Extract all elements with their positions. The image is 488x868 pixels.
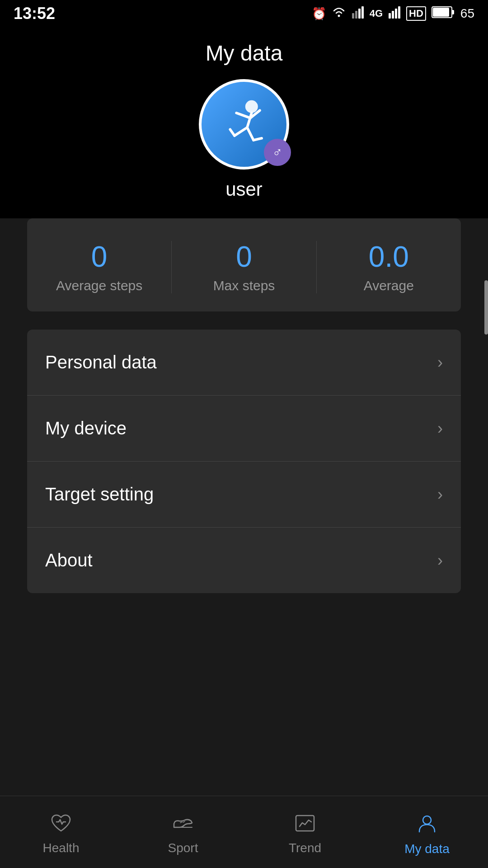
bottom-nav: Health Sport Trend: [0, 796, 488, 868]
stat-average-label: Average: [364, 278, 414, 293]
svg-point-21: [423, 816, 431, 824]
menu-item-about-label: About: [45, 550, 93, 571]
svg-rect-6: [392, 11, 394, 19]
svg-rect-7: [395, 9, 397, 19]
menu-item-personal-data[interactable]: Personal data ›: [27, 330, 461, 396]
svg-point-12: [245, 100, 258, 113]
chevron-right-icon: ›: [437, 353, 443, 372]
hd-icon: HD: [406, 6, 426, 21]
sport-icon: [171, 814, 195, 837]
svg-point-0: [338, 14, 340, 17]
mydata-icon: [417, 813, 437, 838]
battery-icon: [432, 6, 455, 21]
wifi-icon: [332, 6, 346, 22]
gender-symbol: ♂: [272, 145, 283, 160]
username: user: [225, 179, 263, 200]
svg-line-16: [235, 127, 247, 136]
chevron-right-icon: ›: [437, 419, 443, 438]
signal-icon: [352, 6, 364, 22]
main-content: My data: [0, 27, 488, 796]
nav-item-trend[interactable]: Trend: [244, 809, 366, 855]
svg-rect-2: [355, 11, 357, 19]
stats-row: 0 Average steps 0 Max steps 0.0 Average: [27, 241, 461, 293]
stat-average-value: 0.0: [369, 241, 409, 273]
menu-list: Personal data › My device › Target setti…: [27, 330, 461, 593]
signal2-icon: [388, 6, 401, 22]
gender-badge: ♂: [264, 139, 291, 166]
page-title: My data: [206, 41, 283, 66]
nav-sport-label: Sport: [168, 841, 198, 855]
header-area: My data: [0, 27, 488, 218]
svg-rect-1: [352, 13, 354, 19]
stats-card: 0 Average steps 0 Max steps 0.0 Average: [27, 218, 461, 311]
battery-level: 65: [460, 6, 474, 21]
svg-line-13: [247, 113, 252, 127]
stat-max-steps: 0 Max steps: [171, 241, 316, 293]
menu-item-my-device[interactable]: My device ›: [27, 396, 461, 462]
stat-average-steps: 0 Average steps: [27, 241, 171, 293]
svg-rect-11: [452, 10, 454, 14]
svg-rect-4: [361, 6, 364, 19]
svg-line-19: [253, 138, 262, 140]
menu-item-my-device-label: My device: [45, 418, 127, 439]
clock-icon: ⏰: [312, 7, 326, 21]
svg-line-14: [236, 113, 250, 118]
status-icons: ⏰ 4G: [312, 6, 474, 22]
avatar-container: ♂: [199, 79, 289, 170]
menu-item-target-setting[interactable]: Target setting ›: [27, 462, 461, 528]
stat-max-steps-label: Max steps: [213, 278, 275, 293]
menu-item-personal-data-label: Personal data: [45, 352, 157, 373]
menu-item-about[interactable]: About ›: [27, 528, 461, 593]
svg-rect-8: [398, 6, 400, 19]
stat-average-steps-label: Average steps: [56, 278, 142, 293]
scrollbar-indicator: [484, 280, 488, 335]
nav-item-mydata[interactable]: My data: [366, 808, 488, 856]
stat-max-steps-value: 0: [236, 241, 252, 273]
svg-rect-5: [389, 13, 391, 19]
status-time: 13:52: [14, 4, 55, 23]
4g-icon: 4G: [370, 8, 383, 19]
nav-trend-label: Trend: [289, 841, 321, 855]
nav-health-label: Health: [43, 841, 80, 855]
nav-mydata-label: My data: [404, 842, 450, 856]
menu-item-target-setting-label: Target setting: [45, 484, 154, 505]
svg-rect-3: [358, 9, 361, 19]
nav-item-health[interactable]: Health: [0, 809, 122, 855]
nav-item-sport[interactable]: Sport: [122, 809, 244, 855]
chevron-right-icon: ›: [437, 485, 443, 504]
health-icon: [50, 814, 72, 837]
chevron-right-icon: ›: [437, 551, 443, 570]
svg-line-18: [247, 127, 253, 140]
svg-rect-10: [433, 8, 449, 17]
svg-rect-20: [296, 816, 314, 831]
trend-icon: [294, 814, 316, 837]
stat-average: 0.0 Average: [316, 241, 461, 293]
stat-average-steps-value: 0: [91, 241, 108, 273]
status-bar: 13:52 ⏰ 4G: [0, 0, 488, 27]
svg-line-17: [230, 129, 235, 136]
